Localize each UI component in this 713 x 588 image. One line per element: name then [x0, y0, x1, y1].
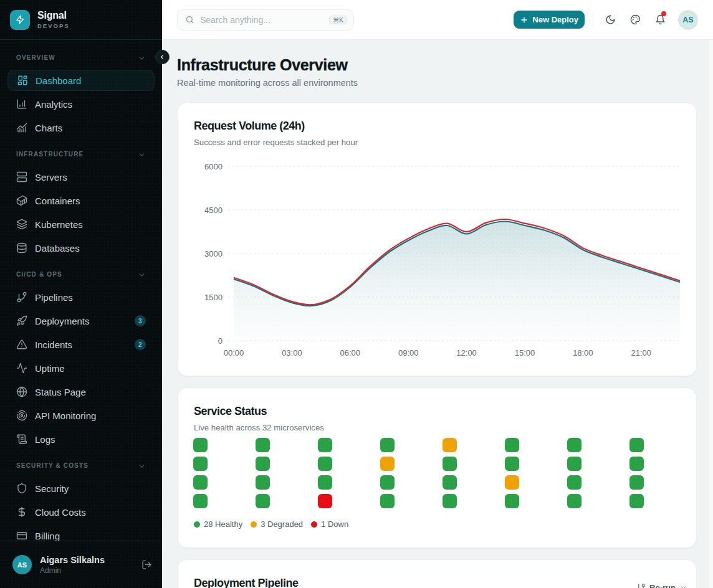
svg-text:0: 0: [218, 336, 223, 346]
svg-text:09:00: 09:00: [398, 348, 419, 358]
svg-text:15:00: 15:00: [515, 348, 535, 358]
svg-text:18:00: 18:00: [573, 348, 593, 358]
svg-text:3000: 3000: [204, 249, 223, 258]
svg-text:03:00: 03:00: [282, 348, 302, 358]
svg-text:4500: 4500: [204, 206, 223, 215]
svg-text:12:00: 12:00: [456, 348, 477, 358]
svg-text:1500: 1500: [204, 293, 223, 302]
svg-text:00:00: 00:00: [224, 348, 244, 358]
svg-text:6000: 6000: [204, 162, 223, 171]
svg-text:06:00: 06:00: [340, 348, 361, 358]
svg-text:21:00: 21:00: [631, 348, 651, 358]
